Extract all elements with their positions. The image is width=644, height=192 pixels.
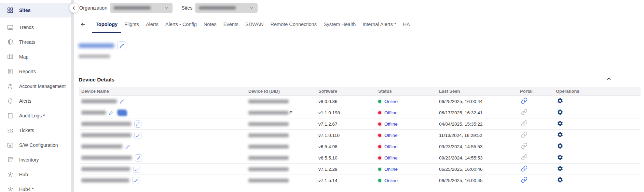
tab-flights[interactable]: Flights: [121, 16, 142, 33]
sidebar-item-s-w-configuration[interactable]: S/W Configuration: [0, 138, 71, 152]
device-id-cell: [248, 133, 318, 137]
sidebar-item-alerts[interactable]: Alerts: [0, 93, 71, 108]
tab-system-health[interactable]: System Health: [320, 16, 359, 33]
device-name-cell: [79, 144, 248, 149]
site-header: [79, 33, 641, 58]
sidebar-item-hub[interactable]: Hub: [0, 167, 71, 182]
organization-select[interactable]: [110, 3, 173, 13]
column-header-device-name: Device Name: [79, 89, 248, 94]
operations-cell: [556, 177, 641, 184]
operations-cell: [556, 98, 641, 105]
table-body: v8.0.0.36 Online 06/25/2025, 16:00:44 E …: [79, 96, 641, 186]
device-name-redacted: [81, 99, 117, 103]
tab-topology[interactable]: Topology: [92, 16, 121, 33]
gear-icon[interactable]: [557, 154, 563, 161]
portal-cell: [520, 131, 556, 139]
device-name-cell: [79, 99, 248, 104]
tab-remote-connections[interactable]: Remote Connections: [267, 16, 320, 33]
sidebar-item-reports[interactable]: Reports: [0, 64, 71, 79]
status-link[interactable]: Offline: [384, 155, 398, 161]
edit-site-name-button[interactable]: [117, 41, 126, 50]
sidebar-item-map[interactable]: Map: [0, 49, 71, 64]
sidebar-item-tickets[interactable]: Tickets: [0, 123, 71, 138]
map-icon: [7, 53, 14, 60]
sidebar-item-sites[interactable]: Sites: [0, 3, 71, 17]
back-button[interactable]: [79, 16, 87, 33]
status-cell: Offline: [378, 144, 439, 149]
sidebar-item-audit-logs[interactable]: Audit Logs *: [0, 108, 71, 123]
tab-ha[interactable]: HA: [400, 16, 413, 33]
status-link[interactable]: Online: [384, 178, 398, 183]
sidebar-item-account-management[interactable]: Account Management: [0, 79, 71, 93]
pencil-icon[interactable]: [125, 144, 130, 149]
gear-icon[interactable]: [557, 143, 563, 149]
last-seen-value: 09/23/2024, 14:55:53: [439, 144, 520, 149]
sidebar-item-hub4[interactable]: Hub4 *: [0, 182, 71, 192]
tab-notes[interactable]: Notes: [200, 16, 220, 33]
link-icon[interactable]: [521, 177, 527, 183]
shield-icon: [7, 39, 14, 46]
table-row: v7.1.2.67 Offline 04/04/2025, 15:35:22: [79, 118, 641, 130]
last-seen-value: 09/23/2024, 14:55:53: [439, 155, 520, 161]
edit-device-button[interactable]: [132, 177, 139, 184]
sidebar-collapse-button[interactable]: [69, 3, 79, 13]
link-icon[interactable]: [521, 120, 527, 127]
link-icon[interactable]: [521, 143, 527, 149]
device-id-cell: [248, 100, 318, 103]
link-icon[interactable]: [521, 131, 527, 138]
chevron-down-icon: [249, 5, 254, 10]
status-link[interactable]: Offline: [384, 121, 398, 127]
link-icon[interactable]: [521, 98, 527, 104]
status-link[interactable]: Offline: [384, 144, 398, 149]
last-seen-value: 06/25/2025, 16:00:46: [439, 167, 520, 172]
pencil-icon[interactable]: [109, 111, 113, 115]
gear-icon[interactable]: [557, 165, 563, 172]
sidebar-item-label: Tickets: [19, 128, 34, 133]
gear-icon[interactable]: [557, 109, 563, 115]
section-collapse-button[interactable]: [606, 76, 612, 81]
sidebar-item-label: Reports: [19, 69, 36, 74]
status-link[interactable]: Offline: [384, 110, 398, 115]
content: Device Details Device NameDevice Id (DID…: [74, 33, 644, 186]
gear-icon[interactable]: [557, 98, 563, 104]
software-version: v6.5.5.10: [318, 155, 378, 161]
sites-label: Sites: [181, 5, 192, 11]
status-dot-icon: [378, 123, 381, 126]
sites-select[interactable]: [195, 3, 258, 13]
edit-device-button[interactable]: [135, 154, 142, 162]
sidebar-item-label: Threats: [19, 39, 35, 45]
pencil-icon: [120, 43, 124, 48]
status-link[interactable]: Online: [384, 99, 398, 104]
sidebar-item-threats[interactable]: Threats: [0, 35, 71, 49]
operations-cell: [556, 120, 641, 128]
pencil-icon[interactable]: [120, 99, 124, 104]
device-name-redacted: [81, 111, 106, 115]
gear-icon[interactable]: [557, 177, 563, 183]
sidebar-item-label: Inventory: [19, 157, 39, 163]
tab-internal-alerts[interactable]: Internal Alerts *: [359, 16, 399, 33]
gear-icon[interactable]: [557, 131, 563, 138]
tab-sdwan[interactable]: SDWAN: [242, 16, 267, 33]
device-name-cell: [79, 177, 248, 184]
tab-events[interactable]: Events: [220, 16, 242, 33]
edit-device-button[interactable]: [133, 166, 140, 173]
sidebar-item-inventory[interactable]: Inventory: [0, 152, 71, 167]
sidebar-scrollbar[interactable]: [71, 0, 74, 192]
edit-device-button[interactable]: [134, 120, 141, 128]
gear-icon[interactable]: [557, 120, 563, 127]
link-icon[interactable]: [521, 154, 527, 161]
status-link[interactable]: Offline: [384, 133, 398, 138]
sidebar-item-trends[interactable]: Trends: [0, 20, 71, 35]
link-icon[interactable]: [521, 165, 527, 172]
edit-device-button[interactable]: [134, 132, 141, 139]
last-seen-value: 06/17/2025, 16:32:41: [439, 110, 520, 115]
device-name-cell: [79, 166, 248, 173]
tab-alerts-config[interactable]: Alerts - Config: [162, 16, 200, 33]
link-icon[interactable]: [521, 109, 527, 115]
status-link[interactable]: Online: [384, 167, 398, 172]
tab-alerts[interactable]: Alerts: [142, 16, 162, 33]
software-version: v1.1.0.198: [318, 110, 378, 115]
column-header-last-seen: Last Seen: [439, 89, 520, 94]
portal-cell: [520, 177, 556, 184]
organization-label: Organization: [79, 5, 107, 11]
